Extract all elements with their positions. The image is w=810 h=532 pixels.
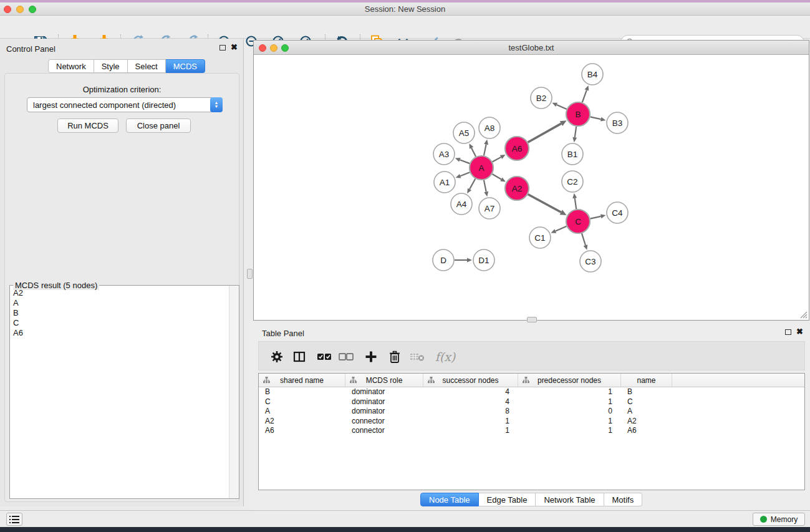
cell-shared-name[interactable]: A6 xyxy=(259,426,345,436)
mcds-result-scrollbar[interactable] xyxy=(229,286,239,498)
table-row[interactable]: A2connector11A2 xyxy=(259,417,804,427)
zoom-window-button[interactable] xyxy=(29,6,36,13)
graph-node-A3[interactable]: A3 xyxy=(433,143,455,165)
mcds-result-item[interactable]: A xyxy=(11,298,228,308)
network-window-titlebar[interactable]: testGlobe.txt xyxy=(254,41,809,55)
cell-predecessor-nodes[interactable]: 1 xyxy=(518,387,621,397)
graph-edge-B-B1[interactable] xyxy=(572,127,577,142)
deselect-all-button[interactable] xyxy=(337,347,355,366)
network-zoom-button[interactable] xyxy=(281,44,289,52)
cell-predecessor-nodes[interactable]: 0 xyxy=(518,407,621,417)
close-window-button[interactable] xyxy=(4,6,11,13)
cell-shared-name[interactable]: C xyxy=(259,397,345,407)
tab-mcds[interactable]: MCDS xyxy=(166,59,205,73)
delete-column-button[interactable] xyxy=(385,347,404,366)
vertical-split-divider-handle[interactable] xyxy=(247,269,253,279)
table-row[interactable]: Bdominator41B xyxy=(259,387,804,397)
cell-predecessor-nodes[interactable]: 1 xyxy=(518,397,621,407)
delete-table-button-disabled[interactable] xyxy=(408,347,427,366)
table-close-panel-icon[interactable]: ✖ xyxy=(796,328,803,336)
graph-edge-A-A8[interactable] xyxy=(484,140,488,156)
minimize-window-button[interactable] xyxy=(16,6,24,13)
cell-shared-name[interactable]: A xyxy=(259,407,345,417)
cell-successor-nodes[interactable]: 4 xyxy=(423,387,518,397)
graph-edge-A-A6[interactable] xyxy=(493,155,506,162)
cell-mcds-role[interactable]: dominator xyxy=(345,387,423,397)
network-close-button[interactable] xyxy=(259,44,266,52)
graph-node-C3[interactable]: C3 xyxy=(580,251,601,272)
graph-edge-A6-B[interactable] xyxy=(528,120,566,142)
column-header-shared-name[interactable]: shared name xyxy=(259,374,345,387)
column-header-mcds-role[interactable]: MCDS role xyxy=(345,374,423,387)
cell-predecessor-nodes[interactable]: 1 xyxy=(518,417,621,427)
mcds-result-item[interactable]: C xyxy=(11,318,228,328)
graph-edge-A-A7[interactable] xyxy=(484,180,488,197)
create-column-button[interactable] xyxy=(362,347,380,366)
cell-name[interactable]: C xyxy=(621,397,672,407)
cell-successor-nodes[interactable]: 1 xyxy=(423,417,518,427)
graph-edge-A-A5[interactable] xyxy=(469,143,476,157)
graph-node-D[interactable]: D xyxy=(433,249,454,271)
cell-name[interactable]: B xyxy=(621,387,672,397)
graph-edge-D-D1[interactable] xyxy=(455,258,472,263)
mcds-result-list[interactable]: A2ABCA6 xyxy=(11,288,228,498)
graph-node-A7[interactable]: A7 xyxy=(479,198,500,219)
graph-node-B4[interactable]: B4 xyxy=(582,64,603,85)
tab-node-table[interactable]: Node Table xyxy=(420,493,479,506)
graph-node-A6[interactable]: A6 xyxy=(505,137,529,160)
graph-edge-C-C1[interactable] xyxy=(551,226,566,233)
column-header-predecessor-nodes[interactable]: predecessor nodes xyxy=(518,374,621,387)
graph-edge-C-C3[interactable] xyxy=(582,233,587,250)
table-row[interactable]: Cdominator41C xyxy=(259,397,804,407)
cell-predecessor-nodes[interactable]: 1 xyxy=(518,426,621,436)
memory-button[interactable]: Memory xyxy=(753,513,805,526)
mcds-result-item[interactable]: A6 xyxy=(11,328,228,338)
graph-node-B1[interactable]: B1 xyxy=(562,143,583,165)
cell-mcds-role[interactable]: dominator xyxy=(345,397,423,407)
optimization-criterion-select[interactable]: largest connected component (directed) ▲… xyxy=(27,97,223,112)
cell-mcds-role[interactable]: connector xyxy=(345,417,423,427)
graph-node-A2[interactable]: A2 xyxy=(505,177,529,200)
table-settings-button[interactable] xyxy=(268,347,286,366)
function-builder-button-disabled[interactable]: f(x) xyxy=(431,347,460,366)
graph-edge-B-B2[interactable] xyxy=(552,103,566,109)
graph-edge-A-A2[interactable] xyxy=(492,174,506,181)
cell-mcds-role[interactable]: connector xyxy=(345,426,423,436)
graph-node-D1[interactable]: D1 xyxy=(473,249,494,271)
cell-name[interactable]: A xyxy=(621,407,672,417)
column-header-successor-nodes[interactable]: successor nodes xyxy=(423,374,518,387)
table-row[interactable]: Adominator80A xyxy=(259,407,804,417)
cell-shared-name[interactable]: A2 xyxy=(259,417,345,427)
run-mcds-button[interactable]: Run MCDS xyxy=(57,118,118,133)
select-all-button[interactable] xyxy=(315,347,334,366)
mcds-result-item[interactable]: B xyxy=(11,308,228,318)
tab-network[interactable]: Network xyxy=(48,59,94,73)
graph-node-A8[interactable]: A8 xyxy=(479,117,500,138)
close-panel-button[interactable]: Close panel xyxy=(126,118,191,133)
graph-node-C2[interactable]: C2 xyxy=(562,171,583,192)
graph-node-A1[interactable]: A1 xyxy=(434,172,455,193)
tab-network-table[interactable]: Network Table xyxy=(536,493,604,506)
window-resize-grip-icon[interactable] xyxy=(799,311,808,319)
graph-edge-C-C4[interactable] xyxy=(591,214,606,218)
float-panel-icon[interactable] xyxy=(219,45,226,51)
close-panel-icon[interactable]: ✖ xyxy=(231,44,238,51)
graph-edge-A-A3[interactable] xyxy=(455,158,470,163)
task-history-button[interactable] xyxy=(6,513,22,526)
tab-edge-table[interactable]: Edge Table xyxy=(479,493,536,506)
graph-node-A4[interactable]: A4 xyxy=(451,193,472,215)
graph-edge-A-A1[interactable] xyxy=(456,172,470,178)
cell-name[interactable]: A6 xyxy=(621,426,672,436)
cell-successor-nodes[interactable]: 4 xyxy=(423,397,518,407)
cell-successor-nodes[interactable]: 8 xyxy=(423,407,518,417)
graph-node-C4[interactable]: C4 xyxy=(607,202,628,223)
graph-edge-B-B4[interactable] xyxy=(582,85,589,102)
tab-motifs[interactable]: Motifs xyxy=(604,493,643,506)
table-row[interactable]: A6connector11A6 xyxy=(259,426,804,436)
horizontal-split-divider-handle[interactable] xyxy=(527,317,537,322)
mcds-result-item[interactable]: A2 xyxy=(11,288,228,298)
graph-edge-A2-C[interactable] xyxy=(528,195,567,215)
tab-style[interactable]: Style xyxy=(94,59,128,73)
graph-node-A[interactable]: A xyxy=(470,156,493,180)
graph-node-A5[interactable]: A5 xyxy=(453,122,475,143)
